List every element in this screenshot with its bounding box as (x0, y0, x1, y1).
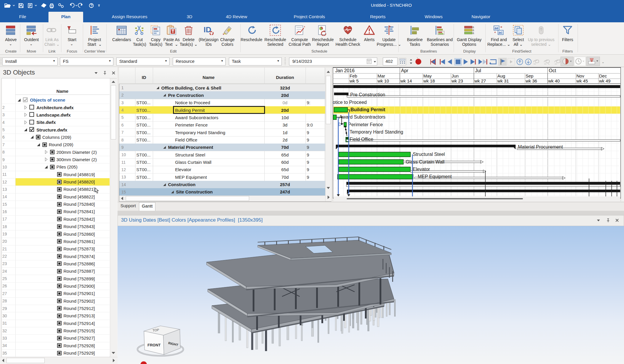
svg-text:Material Procurement: Material Procurement (518, 144, 563, 149)
svg-text:Glass Curtain Wall: Glass Curtain Wall (406, 159, 444, 164)
svg-text:Mar: Mar (378, 73, 385, 78)
svg-text:Dec: Dec (599, 73, 607, 78)
svg-text:Aug: Aug (497, 73, 505, 78)
svg-text:Notice to Proceed: Notice to Proceed (333, 100, 367, 105)
svg-text:wk 40: wk 40 (548, 78, 560, 83)
svg-text:Sep: Sep (526, 73, 534, 78)
svg-text:Building Permit: Building Permit (350, 107, 385, 112)
svg-text:Temporary Hard Standing: Temporary Hard Standing (350, 129, 403, 134)
svg-text:wk 45: wk 45 (576, 78, 588, 83)
svg-text:Jan 2016: Jan 2016 (335, 68, 355, 73)
svg-text:ac: ac (499, 31, 503, 35)
svg-text:wk 5: wk 5 (349, 78, 359, 83)
svg-text:Award Subcontractors: Award Subcontractors (339, 114, 385, 119)
svg-text:wk 36: wk 36 (525, 78, 537, 83)
svg-text:MEP Equipment: MEP Equipment (418, 174, 452, 179)
svg-text:ID: ID (204, 25, 211, 34)
svg-text:Elevator: Elevator (413, 167, 430, 172)
svg-text:wk 18: wk 18 (423, 78, 435, 83)
svg-text:Pre Construction: Pre Construction (350, 92, 385, 97)
svg-text:wk 10: wk 10 (377, 78, 389, 83)
svg-text:FRONT: FRONT (147, 343, 161, 347)
svg-text:Jun: Jun (452, 73, 459, 78)
svg-text:Structural Steel: Structural Steel (413, 152, 445, 157)
svg-text:Apr: Apr (401, 68, 409, 73)
svg-text:wk 27: wk 27 (474, 78, 486, 83)
svg-text:wk 31: wk 31 (497, 78, 509, 83)
svg-text:wk 23: wk 23 (451, 78, 463, 83)
svg-text:Field Office: Field Office (350, 137, 373, 142)
svg-text:a: a (472, 31, 474, 35)
svg-text:Feb: Feb (350, 73, 357, 78)
svg-text:Nov: Nov (576, 73, 584, 78)
svg-text:wk 14: wk 14 (400, 78, 412, 83)
svg-text:ae: ae (494, 26, 499, 30)
svg-text:Perimeter Fence: Perimeter Fence (348, 122, 383, 127)
svg-text:May: May (423, 73, 432, 78)
svg-text:Oct: Oct (549, 68, 556, 73)
svg-text:Jul: Jul (475, 68, 481, 73)
svg-text:wk 49: wk 49 (599, 78, 610, 83)
